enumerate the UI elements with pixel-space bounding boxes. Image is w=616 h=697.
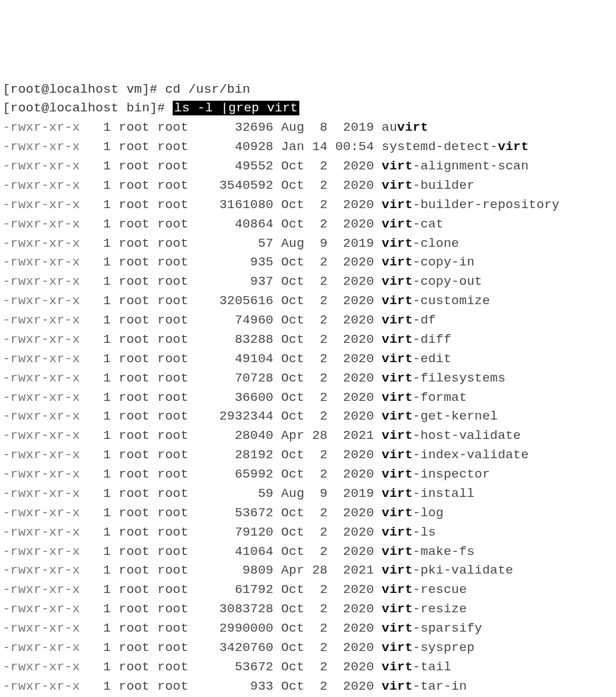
file-group: root	[157, 525, 188, 540]
file-date: Oct 2 2020	[281, 640, 374, 655]
file-size: 61792	[196, 582, 273, 597]
file-size: 57	[196, 236, 273, 251]
file-permissions: -rwxr-xr-x	[3, 563, 80, 578]
file-link-count: 1	[88, 139, 111, 154]
file-date: Oct 2 2020	[281, 390, 374, 405]
file-permissions: -rwxr-xr-x	[3, 428, 80, 443]
file-row: -rwxr-xr-x 1 root root 41064 Oct 2 2020 …	[3, 542, 613, 562]
prompt-cwd: vm	[127, 82, 142, 97]
file-link-count: 1	[88, 525, 111, 540]
file-name: virt-inspector	[382, 467, 490, 482]
file-size: 59	[196, 486, 273, 501]
file-date: Oct 2 2020	[281, 352, 374, 366]
file-link-count: 1	[88, 274, 111, 289]
file-owner: root	[119, 640, 149, 655]
file-group: root	[157, 486, 188, 501]
file-permissions: -rwxr-xr-x	[3, 640, 80, 655]
file-name: virt-ls	[382, 525, 436, 540]
file-name: virt-tar-in	[382, 679, 467, 694]
file-name: virt-sysprep	[382, 640, 475, 655]
file-group: root	[157, 313, 188, 327]
file-date: Oct 2 2020	[281, 332, 374, 347]
file-permissions: -rwxr-xr-x	[3, 544, 80, 559]
file-group: root	[157, 467, 188, 482]
file-size: 3161080	[196, 197, 273, 212]
file-name: virt-rescue	[382, 582, 467, 597]
file-link-count: 1	[88, 563, 111, 578]
file-date: Oct 2 2020	[281, 602, 374, 616]
file-row: -rwxr-xr-x 1 root root 40928 Jan 14 00:5…	[3, 137, 613, 157]
file-date: Oct 2 2020	[281, 159, 374, 173]
file-size: 49552	[196, 159, 273, 173]
file-owner: root	[119, 448, 149, 462]
file-row: -rwxr-xr-x 1 root root 3161080 Oct 2 202…	[3, 195, 613, 215]
file-name: virt-pki-validate	[382, 563, 513, 578]
file-link-count: 1	[88, 467, 111, 482]
file-group: root	[157, 371, 188, 386]
file-row: -rwxr-xr-x 1 root root 937 Oct 2 2020 vi…	[3, 272, 613, 291]
file-name: virt-format	[382, 390, 467, 405]
file-owner: root	[119, 139, 149, 154]
file-date: Oct 2 2020	[281, 660, 374, 674]
file-row: -rwxr-xr-x 1 root root 3420760 Oct 2 202…	[3, 638, 613, 658]
file-owner: root	[119, 159, 149, 173]
file-permissions: -rwxr-xr-x	[3, 236, 80, 251]
file-name: virt-edit	[382, 352, 451, 366]
file-name: virt-resize	[382, 602, 467, 616]
file-link-count: 1	[88, 217, 111, 231]
file-size: 79120	[196, 525, 273, 540]
file-owner: root	[119, 236, 149, 251]
file-group: root	[157, 178, 188, 193]
file-owner: root	[119, 313, 149, 327]
file-owner: root	[119, 293, 149, 308]
file-owner: root	[119, 602, 149, 616]
file-row: -rwxr-xr-x 1 root root 65992 Oct 2 2020 …	[3, 465, 613, 484]
file-link-count: 1	[88, 679, 111, 694]
file-name: virt-builder-repository	[382, 197, 560, 212]
file-row: -rwxr-xr-x 1 root root 3540592 Oct 2 202…	[3, 176, 613, 195]
file-row: -rwxr-xr-x 1 root root 74960 Oct 2 2020 …	[3, 311, 613, 330]
file-permissions: -rwxr-xr-x	[3, 409, 80, 424]
file-size: 40864	[196, 217, 273, 231]
file-row: -rwxr-xr-x 1 root root 40864 Oct 2 2020 …	[3, 215, 613, 234]
file-owner: root	[119, 467, 149, 482]
file-name: virt-sparsify	[382, 621, 483, 636]
file-permissions: -rwxr-xr-x	[3, 159, 80, 173]
file-row: -rwxr-xr-x 1 root root 933 Oct 2 2020 vi…	[3, 677, 613, 696]
file-owner: root	[119, 506, 149, 520]
file-size: 32696	[196, 120, 273, 135]
file-group: root	[157, 159, 188, 173]
file-owner: root	[119, 428, 149, 443]
file-permissions: -rwxr-xr-x	[3, 679, 80, 694]
file-permissions: -rwxr-xr-x	[3, 467, 80, 482]
file-owner: root	[119, 120, 149, 135]
file-permissions: -rwxr-xr-x	[3, 197, 80, 212]
file-permissions: -rwxr-xr-x	[3, 371, 80, 386]
file-group: root	[157, 640, 188, 655]
file-date: Oct 2 2020	[281, 448, 374, 462]
file-row: -rwxr-xr-x 1 root root 32696 Aug 8 2019 …	[3, 118, 613, 137]
file-date: Oct 2 2020	[281, 582, 374, 597]
file-name: virt-copy-out	[382, 274, 483, 289]
file-group: root	[157, 352, 188, 366]
file-link-count: 1	[88, 660, 111, 674]
file-owner: root	[119, 409, 149, 424]
file-date: Oct 2 2020	[281, 293, 374, 308]
file-permissions: -rwxr-xr-x	[3, 293, 80, 308]
file-name: systemd-detect-virt	[382, 139, 529, 154]
file-row: -rwxr-xr-x 1 root root 83288 Oct 2 2020 …	[3, 330, 613, 350]
file-permissions: -rwxr-xr-x	[3, 332, 80, 347]
file-size: 2990000	[196, 621, 273, 636]
prompt-user: root	[11, 101, 41, 115]
file-link-count: 1	[88, 390, 111, 405]
terminal-output[interactable]: [root@localhost vm]# cd /usr/bin[root@lo…	[3, 80, 613, 698]
file-owner: root	[119, 197, 149, 212]
file-date: Oct 2 2020	[281, 679, 374, 694]
file-link-count: 1	[88, 352, 111, 366]
file-link-count: 1	[88, 409, 111, 424]
file-date: Oct 2 2020	[281, 467, 374, 482]
file-size: 36600	[196, 390, 273, 405]
file-date: Apr 28 2021	[281, 563, 374, 578]
file-link-count: 1	[88, 197, 111, 212]
file-size: 28192	[196, 448, 273, 462]
